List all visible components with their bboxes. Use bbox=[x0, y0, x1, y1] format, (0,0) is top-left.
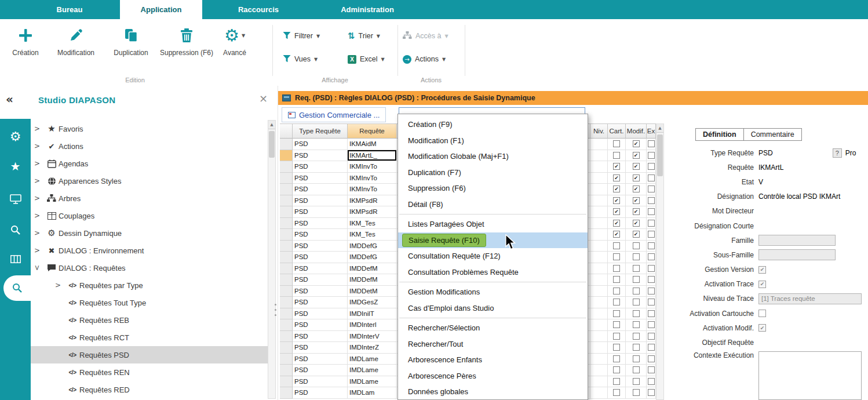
ex-checkbox[interactable] bbox=[648, 288, 655, 294]
cell-niv[interactable] bbox=[590, 241, 608, 252]
cell-modif[interactable] bbox=[626, 184, 647, 195]
chevron-right-icon[interactable]: > bbox=[34, 212, 45, 220]
row-header-cell[interactable] bbox=[280, 286, 293, 297]
contexte-execution-textarea[interactable] bbox=[758, 351, 862, 400]
scrollbar-thumb[interactable] bbox=[269, 131, 275, 158]
sidebar-item-requetes-rct[interactable]: </> Requêtes RCT bbox=[31, 329, 268, 346]
activation-cartouche-checkbox[interactable] bbox=[758, 310, 766, 317]
cell-cart[interactable] bbox=[608, 195, 626, 207]
cell-cart[interactable] bbox=[608, 229, 626, 241]
cell-type-requete[interactable]: PSD bbox=[293, 263, 348, 275]
menu-item-consultation-requete[interactable]: Consultation Requête (F12) bbox=[398, 248, 588, 264]
row-header-cell[interactable] bbox=[280, 308, 293, 320]
cell-type-requete[interactable]: PSD bbox=[293, 173, 348, 184]
cell-requete[interactable]: IMDDefG bbox=[348, 241, 397, 252]
modif-checkbox[interactable] bbox=[633, 321, 640, 328]
modif-checkbox[interactable] bbox=[633, 299, 640, 306]
menu-item-creation[interactable]: Création (F9) bbox=[398, 117, 588, 133]
ex-checkbox[interactable] bbox=[648, 174, 655, 181]
search-icon[interactable] bbox=[0, 217, 31, 243]
cell-cart[interactable] bbox=[608, 173, 626, 184]
cell-modif[interactable] bbox=[626, 342, 647, 354]
sidebar-item-requetes-tout-type[interactable]: </> Requêtes Tout Type bbox=[31, 294, 268, 311]
row-header-cell[interactable] bbox=[280, 229, 293, 241]
ex-checkbox[interactable] bbox=[648, 321, 655, 328]
cart-checkbox[interactable] bbox=[613, 389, 620, 396]
cell-ex[interactable] bbox=[647, 319, 656, 331]
cell-ex[interactable] bbox=[647, 331, 656, 343]
creation-button[interactable]: Création bbox=[5, 22, 46, 75]
column-header-type[interactable]: Type Requête bbox=[293, 123, 348, 139]
cart-checkbox[interactable] bbox=[613, 220, 620, 227]
cart-checkbox[interactable] bbox=[613, 197, 620, 204]
cell-ex[interactable] bbox=[647, 206, 656, 218]
sidebar-item-dessin-dynamique[interactable]: > ⚙ Dessin Dynamique bbox=[31, 224, 268, 242]
cart-checkbox[interactable] bbox=[613, 242, 620, 249]
cell-requete[interactable]: IKMInvTo bbox=[348, 161, 397, 173]
chevron-right-icon[interactable]: > bbox=[34, 159, 45, 168]
row-header-cell[interactable] bbox=[280, 161, 293, 173]
menu-item-rechercher-selection[interactable]: Rechercher/Sélection bbox=[398, 320, 588, 336]
sidebar-item-dialog-requetes[interactable]: > DIALOG : Requêtes bbox=[31, 259, 268, 277]
cell-type-requete[interactable]: PSD bbox=[293, 139, 348, 150]
filtrer-button[interactable]: Filtrer ▼ bbox=[283, 29, 320, 43]
cell-cart[interactable] bbox=[608, 252, 626, 263]
chevron-right-icon[interactable]: > bbox=[34, 194, 45, 202]
sidebar-item-agendas[interactable]: > Agendas bbox=[31, 155, 268, 172]
trier-button[interactable]: ⇅ Trier ▼ bbox=[348, 29, 380, 43]
cell-type-requete[interactable]: PSD bbox=[293, 331, 348, 343]
cell-niv[interactable] bbox=[590, 354, 608, 365]
cell-type-requete[interactable]: PSD bbox=[293, 161, 348, 173]
help-button[interactable]: ? bbox=[833, 148, 842, 158]
cell-type-requete[interactable]: PSD bbox=[293, 342, 348, 354]
cell-modif[interactable] bbox=[626, 376, 647, 388]
cell-type-requete[interactable]: PSD bbox=[293, 297, 348, 308]
cell-cart[interactable] bbox=[608, 218, 626, 230]
cell-cart[interactable] bbox=[608, 263, 626, 275]
cell-modif[interactable] bbox=[626, 252, 647, 263]
window-title-bar[interactable]: Req. (PSD) : Règles DIALOG (PSD) : Procé… bbox=[278, 91, 868, 105]
splitter-handle[interactable] bbox=[275, 304, 276, 316]
cell-requete[interactable]: IKMPsdR bbox=[348, 206, 397, 218]
cell-modif[interactable] bbox=[626, 241, 647, 252]
menu-item-duplication[interactable]: Duplication (F7) bbox=[398, 165, 588, 181]
modif-checkbox[interactable] bbox=[633, 389, 640, 396]
cell-modif[interactable] bbox=[626, 150, 647, 162]
modif-checkbox[interactable] bbox=[633, 344, 640, 351]
row-header-cell[interactable] bbox=[280, 354, 293, 365]
menu-item-rechercher-tout[interactable]: Rechercher/Tout bbox=[398, 336, 588, 352]
ex-checkbox[interactable] bbox=[648, 366, 655, 373]
chevron-right-icon[interactable]: > bbox=[34, 177, 45, 185]
modif-checkbox[interactable] bbox=[633, 242, 640, 249]
cell-type-requete[interactable]: PSD bbox=[293, 150, 348, 162]
cell-requete[interactable]: IMDLame bbox=[348, 365, 397, 376]
cell-type-requete[interactable]: PSD bbox=[293, 387, 348, 399]
cell-ex[interactable] bbox=[647, 376, 656, 388]
ex-checkbox[interactable] bbox=[648, 140, 655, 147]
ex-checkbox[interactable] bbox=[648, 378, 655, 385]
cell-niv[interactable] bbox=[590, 173, 608, 184]
cell-type-requete[interactable]: PSD bbox=[293, 195, 348, 207]
chevron-right-icon[interactable]: > bbox=[34, 229, 45, 237]
cart-checkbox[interactable] bbox=[613, 140, 620, 147]
cell-cart[interactable] bbox=[608, 184, 626, 195]
modif-checkbox[interactable] bbox=[633, 208, 640, 215]
suppression-button[interactable]: Suppression (F6) bbox=[159, 22, 214, 75]
designation-value[interactable]: Contrôle local PSD IKMArt bbox=[758, 192, 840, 201]
cell-modif[interactable] bbox=[626, 387, 647, 399]
cell-requete[interactable]: IKMInvTo bbox=[348, 184, 397, 195]
menu-item-arborescence-enfants[interactable]: Arborescence Enfants bbox=[398, 352, 588, 368]
cell-requete[interactable]: IMDDefG bbox=[348, 252, 397, 263]
modif-checkbox[interactable] bbox=[633, 231, 640, 238]
cell-ex[interactable] bbox=[647, 195, 656, 207]
cell-cart[interactable] bbox=[608, 376, 626, 388]
cart-checkbox[interactable] bbox=[613, 344, 620, 351]
cart-checkbox[interactable] bbox=[613, 378, 620, 385]
cell-ex[interactable] bbox=[647, 139, 656, 150]
cell-niv[interactable] bbox=[590, 286, 608, 297]
modif-checkbox[interactable] bbox=[633, 265, 640, 272]
cell-type-requete[interactable]: PSD bbox=[293, 241, 348, 252]
cell-niv[interactable] bbox=[590, 274, 608, 286]
modif-checkbox[interactable] bbox=[633, 378, 640, 385]
cell-ex[interactable] bbox=[647, 297, 656, 308]
